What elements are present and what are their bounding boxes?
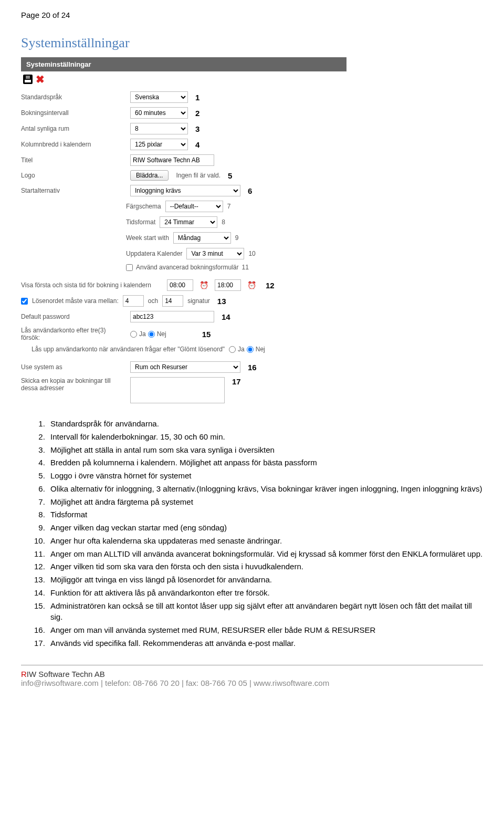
select-color-scheme[interactable]: --Default-- xyxy=(165,201,223,212)
label-title: Titel xyxy=(21,156,126,164)
row-use-system-as: Use system as Rum och Resurser 16 xyxy=(21,359,346,375)
list-item: Funktion för att aktivera lås på använda… xyxy=(47,587,483,599)
label-week-start: Week start with xyxy=(126,234,169,242)
toolbar: ✖ xyxy=(21,71,483,89)
radio-unlock-no[interactable] xyxy=(247,346,254,353)
page-indicator: Page 20 of 24 xyxy=(21,11,483,19)
list-item: Används vid specifika fall. Rekommendera… xyxy=(47,638,483,649)
label-and: och xyxy=(148,297,158,305)
radio-lock-no[interactable] xyxy=(148,331,155,338)
annotation-13: 13 xyxy=(217,297,226,306)
textarea-copy-emails[interactable] xyxy=(130,377,225,403)
row-update-calendar: Uppdatera Kalender Var 3 minut 10 xyxy=(126,246,346,262)
row-password-length: Lösenordet måste vara mellan: och signat… xyxy=(21,293,346,309)
row-default-password: Default password 14 xyxy=(21,309,346,325)
label-no: Nej xyxy=(157,330,166,338)
select-time-format[interactable]: 24 Timmar xyxy=(160,216,217,228)
list-item: Loggo i övre vänstra hörnet för systemet xyxy=(47,470,483,482)
list-item: Anger hur ofta kalenderna ska uppdateras… xyxy=(47,535,483,547)
label-start-option: Startalternativ xyxy=(21,187,126,194)
checkbox-advanced-form[interactable] xyxy=(126,264,133,271)
clock-icon: ⏰ xyxy=(200,281,208,289)
annotation-15: 15 xyxy=(202,330,211,339)
select-visible-rooms[interactable]: 8 xyxy=(130,123,188,134)
close-icon[interactable]: ✖ xyxy=(36,75,45,84)
label-unlock-account: Lås upp användarkonto när användaren frå… xyxy=(32,346,225,353)
label-column-width: Kolumnbredd i kalendern xyxy=(21,141,126,148)
radio-lock-account: Ja Nej xyxy=(130,330,166,338)
input-pw-max[interactable] xyxy=(162,295,183,307)
input-time-end[interactable] xyxy=(215,279,241,291)
annotation-2: 2 xyxy=(195,109,200,118)
label-visible-rooms: Antal synliga rum xyxy=(21,125,126,132)
list-item: Intervall för kalenderbokningar. 15, 30 … xyxy=(47,431,483,443)
row-lock-account: Lås användarkonto efter tre(3) försök: J… xyxy=(21,325,346,343)
description-list: Standardspråk för användarna. Intervall … xyxy=(21,418,483,649)
row-standard-language: Standardspråk Svenska 1 xyxy=(21,89,346,105)
row-logo: Logo Bläddra... Ingen fil är vald. 5 xyxy=(21,168,346,183)
select-start-option[interactable]: Inloggning krävs xyxy=(130,185,240,196)
indented-block: Färgschema --Default-- 7 Tidsformat 24 T… xyxy=(126,199,346,273)
file-status: Ingen fil är vald. xyxy=(176,172,220,179)
list-item: Möjlighet att ställa in antal rum som sk… xyxy=(47,444,483,456)
list-item: Anger vilken dag veckan startar med (eng… xyxy=(47,522,483,534)
annotation-17: 17 xyxy=(232,377,241,386)
select-booking-interval[interactable]: 60 minutes xyxy=(130,107,188,119)
annotation-11: 11 xyxy=(242,264,248,271)
label-logo: Logo xyxy=(21,172,126,179)
checkbox-password-length[interactable] xyxy=(21,298,28,305)
radio-unlock-yes[interactable] xyxy=(229,346,236,353)
label-yes: Ja xyxy=(238,346,245,353)
label-yes: Ja xyxy=(139,330,146,338)
row-title: Titel xyxy=(21,152,346,168)
select-standard-language[interactable]: Svenska xyxy=(130,91,188,103)
annotation-10: 10 xyxy=(248,250,255,257)
list-item: Administratören kan också se till att ko… xyxy=(47,600,483,623)
label-no: Nej xyxy=(256,346,265,353)
radio-unlock-account: Ja Nej xyxy=(229,346,265,353)
settings-form: Standardspråk Svenska 1 Bokningsinterval… xyxy=(21,89,346,405)
label-default-password: Default password xyxy=(21,313,126,320)
input-default-password[interactable] xyxy=(130,311,214,322)
annotation-9: 9 xyxy=(235,234,239,242)
list-item: Olika alternativ för inloggning, 3 alter… xyxy=(47,483,483,495)
input-time-start[interactable] xyxy=(167,279,193,291)
list-item: Bredden på kolumnerna i kalendern. Möjli… xyxy=(47,457,483,468)
panel-title: Systeminställningar xyxy=(21,57,346,71)
footer-rule xyxy=(21,665,483,665)
list-item: Standardspråk för användarna. xyxy=(47,418,483,430)
list-item: Anger vilken tid som ska vara den första… xyxy=(47,561,483,572)
footer: RIW Software Techn AB info@riwsoftware.c… xyxy=(21,670,483,687)
label-first-last-time: Visa första och sista tid för bokning i … xyxy=(21,281,163,289)
select-week-start[interactable]: Måndag xyxy=(173,232,231,244)
select-column-width[interactable]: 125 pixlar xyxy=(130,139,188,150)
save-icon[interactable] xyxy=(23,75,33,84)
row-unlock-account: Lås upp användarkonto när användaren frå… xyxy=(21,343,346,355)
row-advanced-form: Använd avancerad bokningsformulär 11 xyxy=(126,262,346,273)
label-lock-account: Lås användarkonto efter tre(3) försök: xyxy=(21,327,126,341)
label-signature: signatur xyxy=(187,297,210,305)
select-use-system-as[interactable]: Rum och Resurser xyxy=(130,361,240,373)
annotation-16: 16 xyxy=(248,363,257,372)
browse-button[interactable]: Bläddra... xyxy=(130,170,169,181)
row-first-last-time: Visa första och sista tid för bokning i … xyxy=(21,277,346,293)
annotation-4: 4 xyxy=(195,140,200,149)
annotation-6: 6 xyxy=(248,186,252,195)
list-item: Möjliggör att tvinga en viss längd på lö… xyxy=(47,574,483,586)
label-standard-language: Standardspråk xyxy=(21,93,126,101)
input-pw-min[interactable] xyxy=(123,295,144,307)
clock-icon: ⏰ xyxy=(247,281,256,289)
row-visible-rooms: Antal synliga rum 8 3 xyxy=(21,121,346,137)
radio-lock-yes[interactable] xyxy=(130,331,137,338)
annotation-14: 14 xyxy=(222,312,230,321)
input-title[interactable] xyxy=(130,154,214,166)
footer-company-r: R xyxy=(21,670,27,679)
select-update-calendar[interactable]: Var 3 minut xyxy=(186,248,244,259)
list-item: Anger om man ALLTID vill använda avancer… xyxy=(47,548,483,560)
row-week-start: Week start with Måndag 9 xyxy=(126,230,346,246)
row-copy-emails: Skicka en kopia av bokningar till dessa … xyxy=(21,375,346,405)
list-item: Tidsformat xyxy=(47,509,483,520)
footer-company-rest: IW Software Techn AB xyxy=(27,670,105,679)
row-start-option: Startalternativ Inloggning krävs 6 xyxy=(21,183,346,199)
row-time-format: Tidsformat 24 Timmar 8 xyxy=(126,214,346,230)
